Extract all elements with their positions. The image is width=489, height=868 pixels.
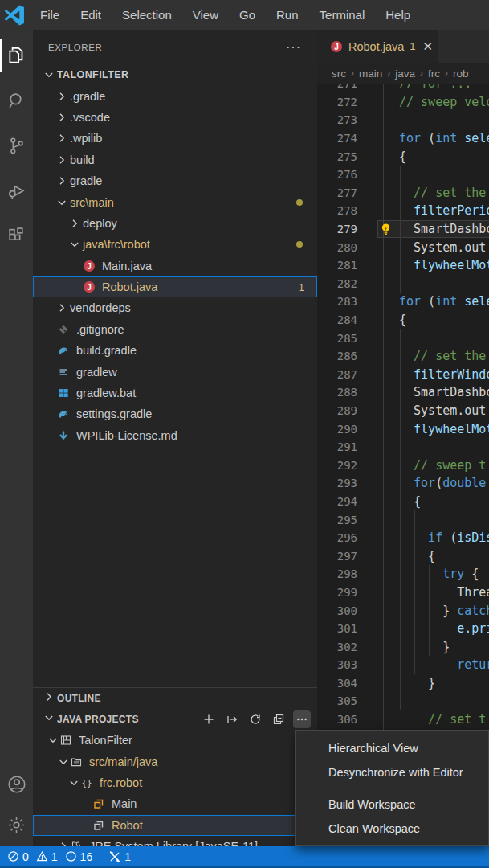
tree-item-gradlew-bat[interactable]: gradlew.bat <box>33 383 317 403</box>
tree-item--gitignore[interactable]: .gitignore <box>33 319 317 340</box>
tasks-status[interactable]: 1 <box>108 850 131 863</box>
code-line-305[interactable]: 305 <box>317 692 489 710</box>
context-menu-item-desynchronize-with-editor[interactable]: Desynchronize with Editor <box>296 760 488 784</box>
tree-item-vendordeps[interactable]: vendordeps <box>33 297 317 318</box>
code-line-300[interactable]: 300 } catch <box>317 601 489 620</box>
breadcrumb[interactable]: src›main›java›frc›rob <box>317 63 489 84</box>
code-line-286[interactable]: 286 // set the <box>317 347 489 366</box>
code-line-306[interactable]: 306 // set t <box>317 710 489 729</box>
code-line-287[interactable]: 287 filterWindo <box>317 366 489 384</box>
menu-file[interactable]: File <box>30 0 70 30</box>
code-line-284[interactable]: 284{ <box>317 311 489 330</box>
tree-item-talonfilter[interactable]: TalonFilter <box>33 730 317 751</box>
menu-selection[interactable]: Selection <box>112 0 182 30</box>
warnings-status[interactable]: 1 <box>36 850 58 863</box>
tree-item--wpilib[interactable]: .wpilib <box>33 128 317 149</box>
tree-item-src-main[interactable]: src\main <box>33 191 317 212</box>
menu-go[interactable]: Go <box>229 0 266 30</box>
code-line-299[interactable]: 299 Threa <box>317 583 489 602</box>
tree-item-src-main-java[interactable]: src/main/java <box>33 751 317 772</box>
code-line-279[interactable]: 279 SmartDashbo <box>317 220 489 239</box>
code-line-274[interactable]: 274for (int sele <box>317 129 489 148</box>
tree-item-build-gradle[interactable]: build.gradle <box>33 340 317 361</box>
explorer-more-button[interactable]: ··· <box>286 40 301 55</box>
context-menu-item-build-workspace[interactable]: Build Workspace <box>296 792 488 817</box>
lightbulb-icon[interactable] <box>379 223 393 236</box>
source-control-icon[interactable] <box>0 126 33 165</box>
tree-item-talonfilter[interactable]: TALONFILTER <box>33 64 317 85</box>
code-line-281[interactable]: 281 flywheelMot <box>317 256 489 275</box>
code-line-294[interactable]: 294 { <box>317 493 489 511</box>
code-line-280[interactable]: 280 System.out <box>317 238 489 256</box>
tree-item-frc-robot[interactable]: {}frc.robot <box>33 772 317 793</box>
menu-help[interactable]: Help <box>375 0 421 30</box>
search-icon[interactable] <box>0 81 33 120</box>
tree-item-main-java[interactable]: JMain.java <box>33 256 317 276</box>
java-projects-refresh-button[interactable] <box>247 710 264 728</box>
code-line-293[interactable]: 293 for(double <box>317 474 489 493</box>
tree-item-java-frc-robot[interactable]: java\frc\robot <box>33 234 317 255</box>
tree-item-main[interactable]: Main <box>33 793 317 814</box>
errors-status[interactable]: 0 <box>7 850 29 863</box>
breadcrumb-segment-java[interactable]: java <box>395 68 415 80</box>
tree-item-gradlew[interactable]: gradlew <box>33 361 317 382</box>
context-menu-item-clean-workspace[interactable]: Clean Workspace <box>296 817 488 841</box>
code-line-304[interactable]: 304 } <box>317 674 489 693</box>
tree-item-build[interactable]: build <box>33 149 317 170</box>
tree-item-robot[interactable]: Robot1 <box>33 815 317 836</box>
menu-edit[interactable]: Edit <box>70 0 112 30</box>
code-line-282[interactable]: 282 <box>317 275 489 293</box>
run-debug-icon[interactable] <box>0 171 33 210</box>
extensions-icon[interactable] <box>0 216 33 255</box>
tree-item-wpilib-license-md[interactable]: WPILib-License.md <box>33 425 317 446</box>
tree-item-gradle[interactable]: gradle <box>33 170 317 191</box>
code-line-278[interactable]: 278 filterPerio <box>317 202 489 220</box>
code-line-297[interactable]: 297 { <box>317 547 489 565</box>
code-line-271[interactable]: 271// for ... <box>317 84 489 93</box>
breadcrumb-segment-src[interactable]: src <box>332 68 346 80</box>
menu-run[interactable]: Run <box>266 0 309 30</box>
tree-item-deploy[interactable]: deploy <box>33 213 317 234</box>
code-line-292[interactable]: 292 // sweep t <box>317 456 489 474</box>
java-projects-more-button[interactable] <box>293 710 311 728</box>
files-icon[interactable] <box>0 36 33 75</box>
code-line-288[interactable]: 288 SmartDashbo <box>317 383 489 402</box>
java-projects-collapse-all-button[interactable] <box>270 710 287 728</box>
code-line-283[interactable]: 283for (int sele <box>317 293 489 311</box>
tree-item-settings-gradle[interactable]: settings.gradle <box>33 403 317 424</box>
menu-terminal[interactable]: Terminal <box>309 0 376 30</box>
menu-view[interactable]: View <box>182 0 229 30</box>
code-line-295[interactable]: 295 <box>317 510 489 529</box>
tree-item--gradle[interactable]: .gradle <box>33 85 317 106</box>
java-projects-goto-button[interactable] <box>223 710 241 728</box>
code-line-285[interactable]: 285 <box>317 329 489 347</box>
tree-item-robot-java[interactable]: JRobot.java1 <box>33 276 317 297</box>
infos-status[interactable]: 16 <box>65 850 93 863</box>
code-line-272[interactable]: 272// sweep velo <box>317 93 489 112</box>
code-line-291[interactable]: 291 <box>317 438 489 457</box>
code-line-302[interactable]: 302 } <box>317 637 489 656</box>
code-line-289[interactable]: 289 System.out <box>317 402 489 420</box>
code-line-273[interactable]: 273 <box>317 111 489 129</box>
code-line-301[interactable]: 301 e.pri <box>317 620 489 638</box>
breadcrumb-segment-rob[interactable]: rob <box>453 68 469 80</box>
java-projects-section-header[interactable]: JAVA PROJECTS <box>33 708 317 730</box>
settings-gear-icon[interactable] <box>0 806 33 843</box>
close-icon[interactable]: ✕ <box>423 39 434 54</box>
breadcrumb-segment-frc[interactable]: frc <box>428 68 440 80</box>
code-line-277[interactable]: 277 // set the <box>317 184 489 203</box>
context-menu-item-hierarchical-view[interactable]: Hierarchical View <box>296 736 488 760</box>
tab-robot-java[interactable]: J Robot.java 1 ✕ <box>317 30 438 63</box>
code-line-290[interactable]: 290 flywheelMot <box>317 420 489 438</box>
code-line-276[interactable]: 276 <box>317 166 489 184</box>
code-line-298[interactable]: 298 try { <box>317 565 489 583</box>
breadcrumb-segment-main[interactable]: main <box>359 68 382 80</box>
code-line-275[interactable]: 275{ <box>317 147 489 166</box>
outline-section-header[interactable]: OUTLINE <box>33 687 317 708</box>
account-icon[interactable] <box>0 766 33 803</box>
code-line-296[interactable]: 296 if (isDis <box>317 529 489 547</box>
tree-item--vscode[interactable]: .vscode <box>33 107 317 128</box>
code-line-303[interactable]: 303 return <box>317 656 489 674</box>
tree-item-jre-system-library-javase-11-[interactable]: JRE System Library [JavaSE-11] <box>33 836 317 846</box>
java-projects-plus-button[interactable] <box>200 710 218 728</box>
